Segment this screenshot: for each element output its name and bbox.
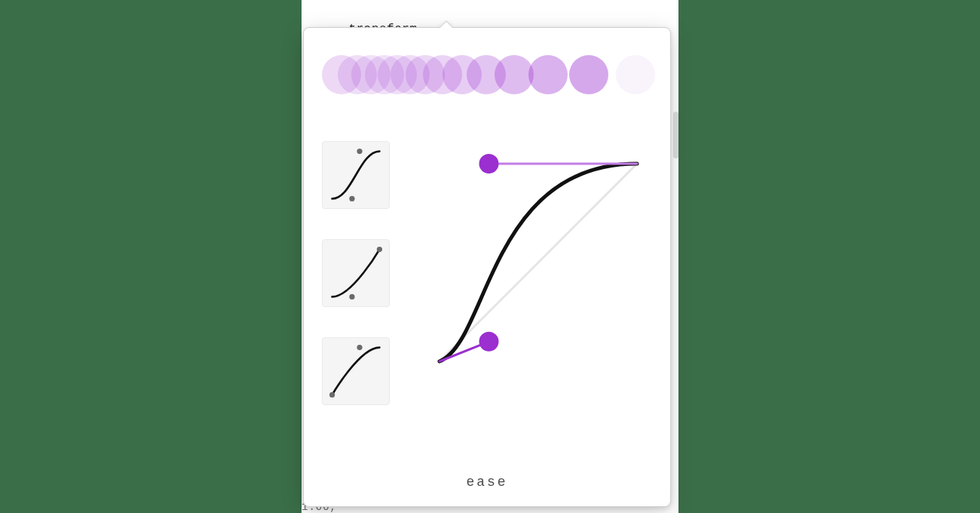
- timing-preview: [322, 48, 654, 106]
- timing-preview-dot: [569, 55, 608, 94]
- bezier-preset-ease-in[interactable]: [322, 239, 390, 307]
- popover-arrow: [438, 20, 453, 28]
- svg-point-5: [329, 392, 335, 398]
- bezier-preset-ease-in-out[interactable]: [322, 141, 390, 209]
- bezier-preset-ease-out[interactable]: [322, 337, 390, 405]
- page-column: transform 350ms ease; 1.00,: [302, 0, 678, 513]
- bezier-curve-name: ease: [304, 475, 670, 490]
- timing-preview-dot: [616, 55, 655, 94]
- timing-preview-dot: [528, 55, 568, 94]
- bezier-editor-canvas[interactable]: [439, 164, 637, 361]
- svg-line-7: [439, 164, 637, 361]
- bezier-handle-p2[interactable]: [479, 154, 499, 174]
- bezier-handle-p1[interactable]: [479, 332, 499, 352]
- bezier-editor-popover: ease: [303, 27, 671, 507]
- svg-point-3: [349, 294, 354, 300]
- bezier-preset-list: [322, 141, 397, 435]
- svg-point-1: [349, 196, 354, 201]
- svg-point-2: [357, 149, 362, 154]
- page-scrollbar-thumb[interactable]: [673, 112, 678, 158]
- viewport: transform 350ms ease; 1.00,: [0, 0, 980, 513]
- svg-point-4: [377, 247, 382, 252]
- svg-point-6: [357, 345, 362, 350]
